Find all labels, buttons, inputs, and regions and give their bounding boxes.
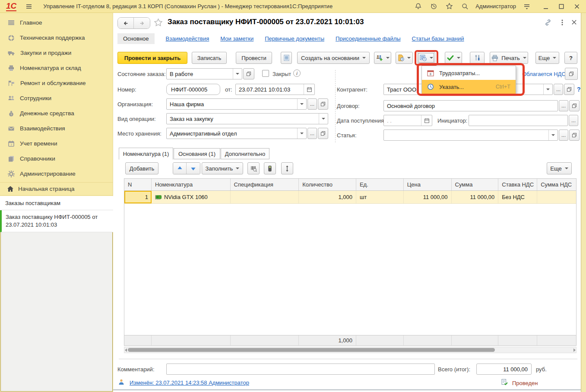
col-header-specification[interactable]: Спецификация bbox=[231, 179, 299, 190]
barcode-search-button[interactable] bbox=[247, 162, 260, 174]
minimize-button[interactable] bbox=[541, 2, 551, 11]
col-header-nomenclature[interactable]: Номенклатура bbox=[152, 179, 231, 190]
add-row-button[interactable]: Добавить bbox=[125, 162, 158, 174]
sidebar-item-main[interactable]: Главное bbox=[0, 15, 113, 30]
number-input[interactable]: НФИТ-000005 bbox=[166, 84, 220, 95]
grid-more-button[interactable]: Еще bbox=[547, 162, 572, 174]
close-document-button[interactable] bbox=[571, 19, 577, 25]
row-height-button[interactable] bbox=[281, 162, 293, 174]
sidebar-item-employees[interactable]: Сотрудники bbox=[0, 91, 113, 106]
cell-quantity[interactable]: 1,000 bbox=[299, 191, 356, 203]
create-based-on-button[interactable]: Создать на основании bbox=[297, 52, 370, 64]
notifications-button[interactable] bbox=[413, 2, 423, 11]
scanner-button[interactable] bbox=[264, 162, 276, 174]
open-window-orders-list[interactable]: Заказы поставщикам bbox=[0, 196, 113, 210]
col-header-quantity[interactable]: Количество bbox=[299, 179, 356, 190]
organization-open-button[interactable] bbox=[318, 98, 328, 110]
state-open-button[interactable] bbox=[243, 68, 254, 79]
grid-tab-basis[interactable]: Основания (1) bbox=[174, 148, 220, 159]
cell-vat-rate[interactable]: Без НДС bbox=[498, 191, 537, 203]
storage-combo[interactable]: Административный отдел bbox=[166, 128, 307, 139]
dropdown-button[interactable] bbox=[548, 130, 557, 140]
col-header-unit[interactable]: Ед. bbox=[356, 179, 404, 190]
cell-sum[interactable]: 11 000,00 bbox=[452, 191, 499, 203]
sidebar-item-nomenclature[interactable]: Номенклатура и склад bbox=[0, 60, 113, 76]
calendar-picker-button[interactable] bbox=[421, 115, 432, 126]
article-combo[interactable] bbox=[383, 130, 558, 141]
state-combo[interactable]: В работе bbox=[166, 68, 242, 79]
forward-button[interactable] bbox=[134, 18, 150, 28]
sidebar-item-interactions[interactable]: Взаимодействия bbox=[0, 121, 113, 136]
favorite-star-button[interactable] bbox=[154, 18, 163, 27]
more-toolbar-button[interactable]: Еще bbox=[535, 52, 559, 64]
scroll-right-arrow[interactable] bbox=[573, 348, 576, 352]
contractor-choose-button[interactable]: ... bbox=[554, 84, 563, 95]
total-amount[interactable]: 11 000,00 bbox=[476, 364, 532, 375]
storage-choose-button[interactable]: ... bbox=[307, 128, 317, 139]
back-button[interactable] bbox=[118, 18, 134, 28]
tab-my-notes[interactable]: Мои заметки bbox=[220, 35, 253, 42]
move-row-down-button[interactable] bbox=[187, 163, 200, 174]
post-and-close-button[interactable]: Провести и закрыть bbox=[117, 52, 187, 64]
cell-nomenclature[interactable]: NVidia GTX 1060 bbox=[152, 191, 231, 203]
vat-open-button[interactable] bbox=[565, 68, 578, 80]
initiator-choose-button[interactable]: ... bbox=[569, 115, 578, 126]
article-choose-button[interactable]: ... bbox=[559, 130, 568, 141]
menu-item-specify[interactable]: Указать... Ctrl+T bbox=[422, 80, 516, 94]
sidebar-item-tech-support[interactable]: Техническая поддержка bbox=[0, 30, 113, 45]
info-icon[interactable]: i bbox=[293, 70, 301, 77]
modified-link[interactable]: Изменён: 23.07.2021 14:23:58 Администрат… bbox=[130, 379, 249, 386]
grid-tab-additional[interactable]: Дополнительно bbox=[221, 148, 269, 159]
sidebar-item-time-tracking[interactable]: 7 Учет времени bbox=[0, 136, 113, 151]
cell-price[interactable]: 11 000,00 bbox=[404, 191, 452, 203]
scroll-left-arrow[interactable] bbox=[125, 348, 127, 352]
fill-button[interactable]: Заполнить bbox=[202, 162, 243, 174]
col-header-price[interactable]: Цена bbox=[404, 179, 452, 190]
dropdown-button[interactable] bbox=[233, 69, 242, 79]
col-header-n[interactable]: N bbox=[124, 179, 152, 190]
sidebar-item-repair[interactable]: Ремонт и обслуживание bbox=[0, 76, 113, 91]
grid-tab-nomenclature[interactable]: Номенклатура (1) bbox=[119, 148, 173, 160]
contract-open-button[interactable] bbox=[569, 100, 580, 111]
more-header-menu-button[interactable] bbox=[559, 19, 566, 26]
sidebar-item-purchases-sales[interactable]: Закупки и продажи bbox=[0, 45, 113, 60]
tab-main[interactable]: Основное bbox=[117, 33, 155, 44]
horizontal-scrollbar[interactable] bbox=[124, 347, 576, 353]
col-header-sum[interactable]: Сумма bbox=[452, 179, 499, 190]
table-row[interactable]: 1 NVidia GTX 1060 1,000 шт 11 000,00 11 … bbox=[124, 191, 576, 204]
dropdown-button[interactable] bbox=[297, 99, 306, 109]
sidebar-item-administration[interactable]: Администрирование bbox=[0, 166, 113, 181]
scrollbar-thumb[interactable] bbox=[128, 348, 495, 352]
main-menu-button[interactable] bbox=[24, 2, 34, 11]
vat-link[interactable]: Облагается НДС bbox=[522, 71, 566, 77]
calendar-picker-button[interactable] bbox=[304, 84, 314, 95]
col-header-vat-rate[interactable]: Ставка НДС bbox=[498, 179, 537, 190]
tab-attached-files[interactable]: Присоединенные файлы bbox=[336, 35, 401, 42]
tab-interactions[interactable]: Взаимодействия bbox=[166, 35, 209, 42]
dropdown-button[interactable] bbox=[319, 114, 328, 124]
sidebar-item-money[interactable]: s Денежные средства bbox=[0, 106, 113, 121]
tab-primary-docs[interactable]: Первичные документы bbox=[265, 35, 324, 42]
contractor-open-button[interactable] bbox=[564, 84, 574, 95]
organization-choose-button[interactable]: ... bbox=[307, 98, 317, 110]
contract-input[interactable]: Основной договор bbox=[383, 100, 558, 111]
cell-specification[interactable] bbox=[231, 191, 299, 203]
favorites-button[interactable] bbox=[444, 2, 454, 11]
labor-costs-button[interactable] bbox=[417, 52, 435, 64]
receipt-date-input[interactable]: . . bbox=[383, 115, 432, 126]
post-button[interactable]: Провести bbox=[236, 52, 272, 64]
create-interaction-button[interactable] bbox=[374, 52, 391, 64]
home-page-item[interactable]: Начальная страница bbox=[0, 182, 113, 196]
current-user[interactable]: Администратор bbox=[475, 3, 516, 9]
cell-n-current[interactable]: 1 bbox=[124, 191, 152, 203]
close-app-button[interactable] bbox=[572, 2, 582, 11]
closed-checkbox[interactable] bbox=[262, 70, 269, 77]
show-movements-button[interactable] bbox=[281, 52, 292, 64]
service-menu-button[interactable] bbox=[522, 2, 532, 11]
tab-kb-articles[interactable]: Статьи базы знаний bbox=[412, 35, 464, 42]
sidebar-item-references[interactable]: Справочники bbox=[0, 151, 113, 166]
initiator-input[interactable] bbox=[469, 115, 568, 126]
move-row-up-button[interactable] bbox=[173, 163, 187, 174]
cell-unit[interactable]: шт bbox=[356, 191, 404, 203]
operation-type-combo[interactable]: Заказ на закупку bbox=[166, 113, 328, 124]
